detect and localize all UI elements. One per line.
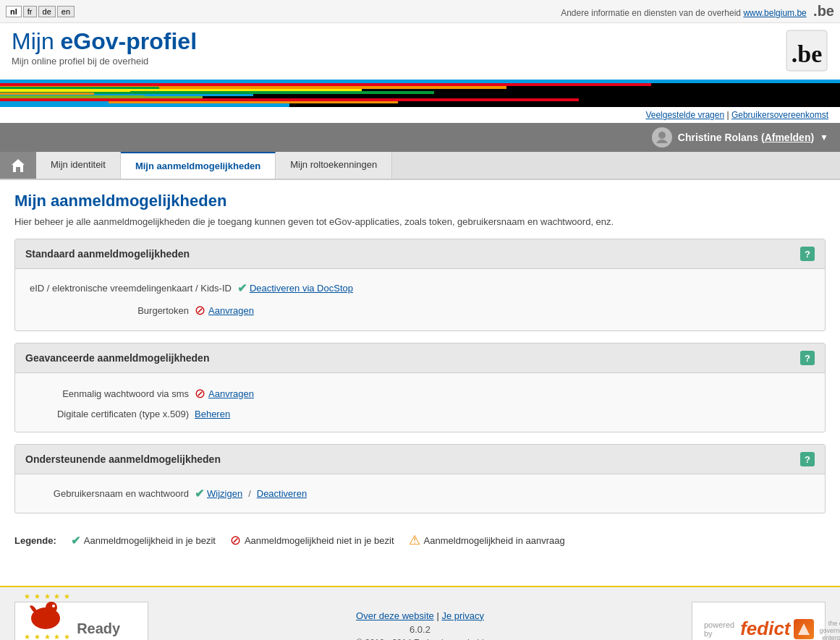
- fedict-icon: [794, 619, 814, 639]
- label-burgertoken: Burgertoken: [30, 305, 189, 316]
- row-burgertoken: Burgertoken ⊘ Aanvragen: [30, 299, 810, 322]
- logout-link[interactable]: Afmelden: [765, 132, 811, 143]
- section-standaard-body: eID / elektronische vreemdelingenkaart /…: [15, 269, 825, 330]
- svg-rect-17: [0, 93, 94, 95]
- label-eid: eID / elektronische vreemdelingenkaart /…: [30, 283, 232, 294]
- legend-check-icon: ✔: [71, 534, 80, 547]
- label-username: Gebruikersnaam en wachtwoord: [30, 488, 189, 499]
- language-switcher: nl fr de en: [6, 6, 75, 17]
- svg-rect-23: [16, 167, 20, 172]
- title-bold: eGov-profiel: [61, 28, 197, 54]
- svg-rect-20: [0, 101, 109, 103]
- link-deactiveren-username[interactable]: Deactiveren: [257, 488, 307, 499]
- value-username: ✔ Wijzigen / Deactiveren: [195, 487, 307, 500]
- svg-point-26: [52, 605, 55, 607]
- ready-text: Ready: [77, 620, 120, 637]
- value-certificaten: Beheren: [195, 409, 230, 419]
- rainbow-bar: [0, 80, 840, 107]
- privacy-link[interactable]: Je privacy: [441, 610, 484, 621]
- red-circle-icon-burgertoken: ⊘: [195, 302, 205, 318]
- footer-center: Over deze website | Je privacy 6.0.2 © 2…: [356, 610, 484, 641]
- nav-bar: Mijn identiteit Mijn aanmeldmogelijkhede…: [0, 152, 840, 180]
- svg-point-21: [658, 132, 666, 139]
- svg-rect-14: [0, 84, 116, 86]
- legend-inactive: ⊘ Aanmeldmogelijkheid niet in je bezit: [230, 532, 394, 548]
- svg-rect-18: [0, 95, 145, 98]
- svg-rect-12: [0, 103, 289, 107]
- section-ondersteunend-title: Ondersteunende aanmeldmogelijkheden: [25, 453, 221, 465]
- value-eid: ✔ Deactiveren via DocStop: [237, 281, 353, 295]
- link-aanvragen-burgertoken[interactable]: Aanvragen: [208, 305, 254, 316]
- lang-fr[interactable]: fr: [23, 6, 37, 17]
- fedict-logo: fedict: [740, 618, 790, 640]
- be-logo-svg: .be: [785, 29, 828, 72]
- fedict-badge: powered by fedict the e-government enter…: [692, 602, 826, 640]
- row-eid: eID / elektronische vreemdelingenkaart /…: [30, 278, 810, 299]
- red-circle-icon-sms: ⊘: [195, 385, 205, 401]
- link-aanvragen-sms[interactable]: Aanvragen: [208, 388, 254, 399]
- lang-nl[interactable]: nl: [6, 6, 22, 17]
- belgium-link[interactable]: www.belgium.be: [743, 8, 806, 18]
- legend-warning-icon: ⚠: [409, 532, 420, 548]
- title-light: Mijn: [12, 28, 61, 54]
- section-ondersteunend: Ondersteunende aanmeldmogelijkheden ? Ge…: [14, 444, 826, 513]
- tab-aanmeldmogelijkheden[interactable]: Mijn aanmeldmogelijkheden: [121, 152, 276, 179]
- help-links: Veelgestelde vragen | Gebruikersovereenk…: [0, 107, 840, 123]
- svg-rect-19: [0, 98, 123, 101]
- label-sms: Eenmalig wachtwoord via sms: [30, 388, 189, 399]
- link-wijzigen-username[interactable]: Wijzigen: [207, 488, 242, 499]
- link-beheren-certificaten[interactable]: Beheren: [195, 409, 230, 419]
- row-certificaten: Digitale certificaten (type x.509) Beher…: [30, 405, 810, 423]
- section-ondersteunend-help[interactable]: ?: [800, 452, 815, 466]
- rainbow-stripes: [0, 80, 840, 107]
- link-deactiveren-docstop[interactable]: Deactiveren via DocStop: [250, 283, 353, 294]
- legend-pending: ⚠ Aanmeldmogelijkheid in aanvraag: [409, 532, 565, 548]
- row-username: Gebruikersnaam en wachtwoord ✔ Wijzigen …: [30, 483, 810, 504]
- terms-link[interactable]: Gebruikersovereenkomst: [731, 110, 828, 120]
- fedict-subtitle: the e-government enterprise: [820, 620, 840, 641]
- section-geavanceerd-title: Geavanceerde aanmeldmogelijkheden: [25, 352, 209, 364]
- be-logo-top: .be: [813, 3, 834, 19]
- page-description: Hier beheer je alle aanmeldmogelijkheden…: [14, 216, 826, 227]
- check-icon-eid: ✔: [237, 281, 247, 295]
- section-standaard-help[interactable]: ?: [800, 247, 815, 261]
- top-right-info: Andere informatie en diensten van de ove…: [561, 3, 834, 20]
- section-geavanceerd: Geavanceerde aanmeldmogelijkheden ? Eenm…: [14, 343, 826, 432]
- user-name: Christine Rolans (Afmelden): [678, 132, 814, 143]
- site-title: Mijn eGov-profiel: [12, 29, 197, 54]
- value-burgertoken: ⊘ Aanvragen: [195, 302, 254, 318]
- version: 6.0.2: [356, 624, 484, 635]
- user-dropdown-arrow[interactable]: ▼: [820, 132, 828, 142]
- top-bar: nl fr de en Andere informatie en dienste…: [0, 0, 840, 23]
- over-link[interactable]: Over deze website: [356, 610, 434, 621]
- site-header: Mijn eGov-profiel Mijn online profiel bi…: [0, 23, 840, 75]
- site-subtitle: Mijn online profiel bij de overheid: [12, 56, 197, 67]
- faq-link[interactable]: Veelgestelde vragen: [645, 110, 724, 120]
- section-geavanceerd-header: Geavanceerde aanmeldmogelijkheden ?: [15, 344, 825, 373]
- legend-pending-text: Aanmeldmogelijkheid in aanvraag: [424, 535, 565, 546]
- label-certificaten: Digitale certificaten (type x.509): [30, 409, 189, 419]
- svg-point-25: [46, 602, 57, 613]
- legend-active-text: Aanmeldmogelijkheid in je bezit: [84, 535, 216, 546]
- legend-active: ✔ Aanmeldmogelijkheid in je bezit: [71, 534, 216, 547]
- legend: Legende: ✔ Aanmeldmogelijkheid in je bez…: [14, 525, 826, 560]
- section-geavanceerd-body: Eenmalig wachtwoord via sms ⊘ Aanvragen …: [15, 373, 825, 432]
- bird-icon: [26, 600, 66, 633]
- user-bar: Christine Rolans (Afmelden) ▼: [0, 123, 840, 152]
- svg-rect-13: [0, 80, 188, 83]
- legend-label: Legende:: [14, 535, 56, 546]
- section-standaard-header: Standaard aanmeldmogelijkheden ?: [15, 239, 825, 269]
- lang-en[interactable]: en: [57, 6, 75, 17]
- svg-rect-16: [0, 90, 130, 92]
- ready-badge: ★ ★ ★ ★ ★ ★ ★ ★ ★ ★ IDENTITYACROSSBORDER…: [14, 602, 148, 640]
- section-geavanceerd-help[interactable]: ?: [800, 351, 815, 365]
- tab-identiteit[interactable]: Mijn identiteit: [36, 152, 121, 179]
- tab-roltoekenningen[interactable]: Mijn roltoekenningen: [276, 152, 392, 179]
- value-sms: ⊘ Aanvragen: [195, 385, 254, 401]
- lang-de[interactable]: de: [38, 6, 56, 17]
- row-sms: Eenmalig wachtwoord via sms ⊘ Aanvragen: [30, 382, 810, 405]
- be-logo-container: .be: [785, 29, 828, 75]
- nav-home[interactable]: [0, 152, 36, 179]
- section-standaard-title: Standaard aanmeldmogelijkheden: [25, 248, 190, 260]
- section-standaard: Standaard aanmeldmogelijkheden ? eID / e…: [14, 239, 826, 331]
